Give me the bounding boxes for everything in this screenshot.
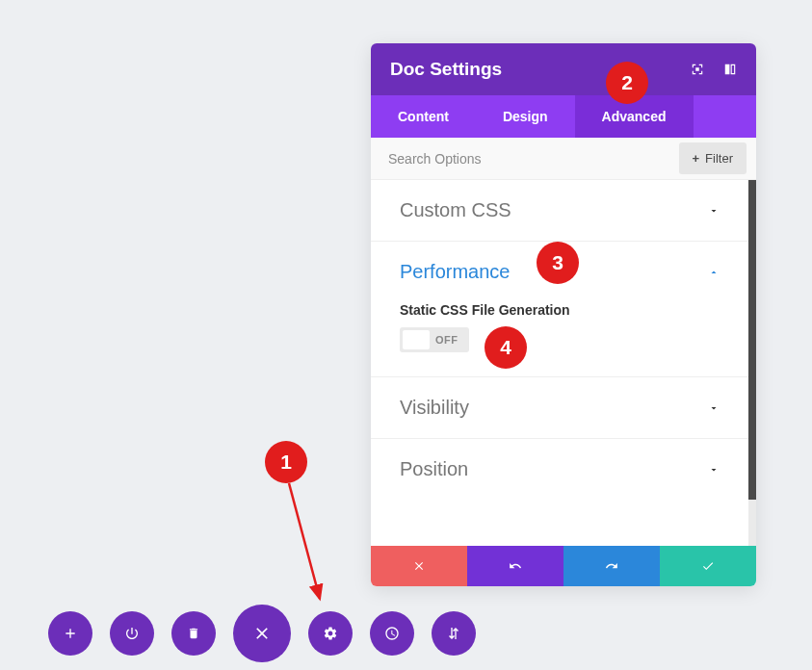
section-visibility: Visibility: [371, 377, 748, 439]
panel-body: Custom CSS Performance Static CSS File G…: [371, 180, 756, 546]
close-button[interactable]: [233, 605, 291, 662]
callout-3: 3: [537, 242, 579, 284]
section-title: Position: [400, 458, 468, 480]
plus-icon: [63, 626, 78, 641]
callout-2: 2: [606, 62, 648, 104]
trash-icon: [187, 627, 200, 640]
panel-title: Doc Settings: [390, 59, 502, 80]
filter-button[interactable]: + Filter: [679, 142, 747, 174]
save-button[interactable]: [660, 546, 756, 586]
tab-content[interactable]: Content: [371, 95, 476, 138]
svg-rect-0: [695, 67, 699, 71]
plus-icon: +: [693, 151, 700, 166]
close-icon: [412, 559, 426, 573]
search-row: + Filter: [371, 138, 756, 180]
panel-header: Doc Settings: [371, 43, 756, 95]
redo-button[interactable]: [563, 546, 660, 586]
panel-header-actions: [691, 63, 737, 76]
static-css-toggle[interactable]: OFF: [400, 327, 469, 352]
chevron-down-icon: [708, 402, 720, 414]
toggle-value: OFF: [435, 334, 466, 346]
section-custom-css: Custom CSS: [371, 180, 748, 242]
section-position: Position: [371, 439, 748, 500]
section-header-position[interactable]: Position: [371, 439, 748, 500]
delete-button[interactable]: [171, 611, 216, 656]
callout-4: 4: [485, 326, 527, 369]
scrollbar-thumb[interactable]: [748, 180, 756, 500]
section-body-performance: Static CSS File Generation OFF: [371, 302, 748, 376]
chevron-up-icon: [708, 267, 720, 278]
callout-arrow: [285, 481, 343, 616]
section-header-visibility[interactable]: Visibility: [371, 377, 748, 438]
clock-icon: [384, 626, 400, 641]
undo-icon: [509, 559, 522, 573]
power-button[interactable]: [110, 611, 154, 656]
cancel-button[interactable]: [371, 546, 467, 586]
power-icon: [124, 626, 140, 641]
scrollbar-track[interactable]: [748, 180, 756, 546]
filter-label: Filter: [705, 151, 733, 166]
undo-button[interactable]: [467, 546, 563, 586]
sort-icon: [446, 626, 461, 641]
sort-button[interactable]: [432, 611, 476, 656]
section-title: Performance: [400, 261, 511, 283]
panel-footer: [371, 546, 756, 586]
callout-1: 1: [265, 441, 307, 483]
setting-label: Static CSS File Generation: [400, 302, 720, 318]
redo-icon: [605, 559, 618, 573]
section-title: Visibility: [400, 397, 469, 419]
chevron-down-icon: [708, 464, 720, 476]
builder-toolbar: [48, 605, 476, 662]
svg-line-2: [289, 483, 320, 599]
check-icon: [701, 559, 715, 573]
settings-button[interactable]: [308, 611, 353, 656]
close-icon: [252, 624, 272, 643]
tab-design[interactable]: Design: [476, 95, 575, 138]
search-input[interactable]: [371, 140, 679, 178]
columns-icon[interactable]: [723, 63, 737, 76]
add-button[interactable]: [48, 611, 92, 656]
toggle-knob: [403, 330, 430, 349]
history-button[interactable]: [370, 611, 414, 656]
expand-icon[interactable]: [691, 63, 704, 76]
tabs: Content Design Advanced: [371, 95, 756, 138]
chevron-down-icon: [708, 205, 720, 217]
gear-icon: [323, 626, 338, 641]
section-title: Custom CSS: [400, 199, 511, 221]
settings-panel: Doc Settings Content Design Advanced + F…: [371, 43, 756, 586]
section-header-custom-css[interactable]: Custom CSS: [371, 180, 748, 241]
